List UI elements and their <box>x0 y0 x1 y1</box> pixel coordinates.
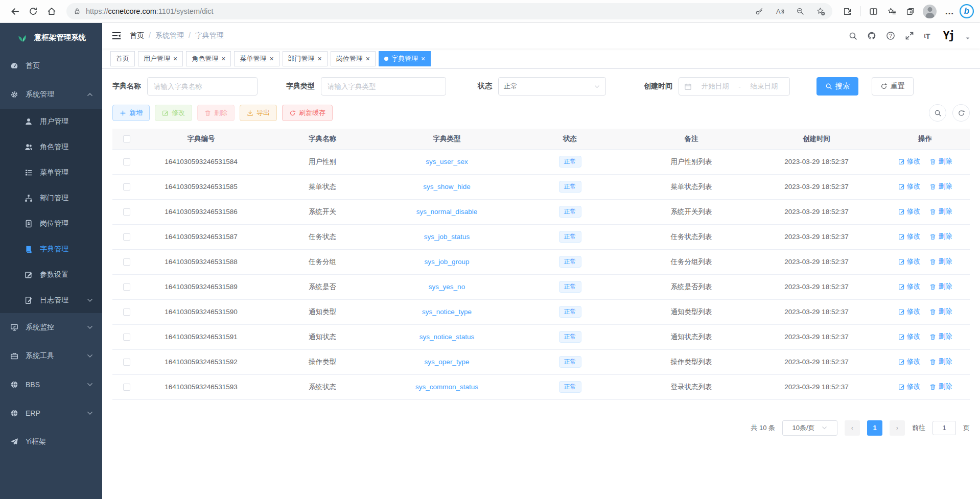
copilot-icon[interactable]: b <box>960 4 974 18</box>
more-icon[interactable]: … <box>941 6 959 17</box>
sidebar-item-log-mgmt[interactable]: 日志管理 <box>0 288 102 313</box>
tab-dept-mgmt[interactable]: 部门管理 × <box>283 51 328 66</box>
sidebar-item-post-mgmt[interactable]: 岗位管理 <box>0 211 102 236</box>
read-aloud-icon[interactable]: A <box>772 4 787 19</box>
search-icon[interactable] <box>849 32 857 40</box>
row-delete-link[interactable]: 删除 <box>929 332 952 341</box>
show-search-toggle-button[interactable] <box>929 104 946 122</box>
split-screen-icon[interactable] <box>865 3 882 20</box>
delete-button[interactable]: 删除 <box>197 105 235 121</box>
sidebar-item-menu-mgmt[interactable]: 菜单管理 <box>0 160 102 185</box>
row-delete-link[interactable]: 删除 <box>929 182 952 191</box>
add-button[interactable]: 新增 <box>112 105 150 121</box>
export-button[interactable]: 导出 <box>240 105 277 121</box>
extensions-icon[interactable] <box>838 3 856 20</box>
row-checkbox[interactable] <box>123 258 130 266</box>
row-edit-link[interactable]: 修改 <box>898 157 921 166</box>
tab-post-mgmt[interactable]: 岗位管理 × <box>331 51 376 66</box>
password-key-icon[interactable] <box>752 4 767 19</box>
sidebar-item-system-mgmt[interactable]: 系统管理 <box>0 80 102 109</box>
status-select[interactable]: 正常 <box>498 77 606 96</box>
dict-type-link[interactable]: sys_job_group <box>425 258 470 266</box>
tab-role-mgmt[interactable]: 角色管理 × <box>186 51 231 66</box>
breadcrumb-item[interactable]: 字典管理 <box>195 31 224 40</box>
row-edit-link[interactable]: 修改 <box>898 207 921 216</box>
row-edit-link[interactable]: 修改 <box>898 257 921 266</box>
address-bar[interactable]: https://ccnetcore.com:1101/system/dict A <box>66 3 832 19</box>
row-checkbox[interactable] <box>123 384 130 391</box>
url-text[interactable]: https://ccnetcore.com:1101/system/dict <box>86 7 746 15</box>
dict-type-link[interactable]: sys_user_sex <box>426 158 468 165</box>
back-icon[interactable] <box>6 3 24 20</box>
sidebar-item-home[interactable]: 首页 <box>0 52 102 80</box>
tab-dict-mgmt[interactable]: 字典管理 × <box>379 51 431 66</box>
row-edit-link[interactable]: 修改 <box>898 382 921 391</box>
sidebar-toggle-icon[interactable] <box>111 31 122 41</box>
lock-icon[interactable] <box>74 8 81 15</box>
favorites-icon[interactable] <box>883 3 900 20</box>
tab-close-icon[interactable]: × <box>318 55 322 62</box>
row-checkbox[interactable] <box>123 183 130 191</box>
app-logo[interactable]: 意框架管理系统 <box>0 23 102 52</box>
sidebar-item-param-settings[interactable]: 参数设置 <box>0 262 102 288</box>
search-button[interactable]: 搜索 <box>816 77 858 96</box>
row-checkbox[interactable] <box>123 158 130 165</box>
row-checkbox[interactable] <box>123 283 130 291</box>
row-delete-link[interactable]: 删除 <box>929 157 952 166</box>
dict-type-link[interactable]: sys_show_hide <box>423 183 470 191</box>
prev-page-button[interactable]: ‹ <box>845 420 860 436</box>
dict-type-link[interactable]: sys_notice_status <box>419 333 474 341</box>
row-checkbox[interactable] <box>123 233 130 241</box>
date-end-placeholder[interactable]: 结束日期 <box>744 82 784 91</box>
row-delete-link[interactable]: 删除 <box>929 307 952 316</box>
tab-user-mgmt[interactable]: 用户管理 × <box>138 51 183 66</box>
goto-page-input[interactable] <box>932 421 956 435</box>
row-edit-link[interactable]: 修改 <box>898 332 921 341</box>
fullscreen-icon[interactable] <box>905 31 914 40</box>
dict-type-link[interactable]: sys_common_status <box>415 383 478 391</box>
sidebar-item-system-tools[interactable]: 系统工具 <box>0 342 102 370</box>
dict-type-link[interactable]: sys_yes_no <box>429 283 465 291</box>
home-icon[interactable] <box>43 3 60 20</box>
sidebar-item-user-mgmt[interactable]: 用户管理 <box>0 109 102 134</box>
refresh-table-button[interactable] <box>952 104 970 122</box>
sidebar-item-dept-mgmt[interactable]: 部门管理 <box>0 185 102 211</box>
tab-close-icon[interactable]: × <box>366 55 370 62</box>
row-delete-link[interactable]: 删除 <box>929 207 952 216</box>
add-favorite-icon[interactable] <box>813 4 828 19</box>
dict-type-link[interactable]: sys_oper_type <box>425 358 470 366</box>
dict-type-input[interactable] <box>321 77 446 96</box>
row-delete-link[interactable]: 删除 <box>929 357 952 366</box>
date-range-picker[interactable]: 开始日期 - 结束日期 <box>679 77 790 96</box>
tab-close-icon[interactable]: × <box>173 55 177 62</box>
reload-icon[interactable] <box>25 3 42 20</box>
row-edit-link[interactable]: 修改 <box>898 282 921 291</box>
row-delete-link[interactable]: 删除 <box>929 232 952 241</box>
reset-button[interactable]: 重置 <box>872 77 914 96</box>
sidebar-item-dict-mgmt[interactable]: 字典管理 <box>0 236 102 262</box>
sidebar-item-erp[interactable]: ERP <box>0 399 102 427</box>
tab-menu-mgmt[interactable]: 菜单管理 × <box>234 51 279 66</box>
edit-button[interactable]: 修改 <box>155 105 192 121</box>
row-delete-link[interactable]: 删除 <box>929 282 952 291</box>
date-start-placeholder[interactable]: 开始日期 <box>695 82 735 91</box>
row-edit-link[interactable]: 修改 <box>898 182 921 191</box>
sidebar-item-yi-framework[interactable]: Yi框架 <box>0 427 102 456</box>
caret-down-icon[interactable] <box>965 35 971 41</box>
row-checkbox[interactable] <box>123 208 130 216</box>
sidebar-item-system-monitor[interactable]: 系统监控 <box>0 313 102 342</box>
row-delete-link[interactable]: 删除 <box>929 382 952 391</box>
zoom-out-icon[interactable] <box>792 4 808 19</box>
row-edit-link[interactable]: 修改 <box>898 307 921 316</box>
row-checkbox[interactable] <box>123 334 130 341</box>
github-icon[interactable] <box>867 31 876 40</box>
help-icon[interactable]: ? <box>886 31 895 40</box>
dict-type-link[interactable]: sys_normal_disable <box>416 208 477 216</box>
row-edit-link[interactable]: 修改 <box>898 357 921 366</box>
dict-type-link[interactable]: sys_notice_type <box>422 308 472 316</box>
row-edit-link[interactable]: 修改 <box>898 232 921 241</box>
row-checkbox[interactable] <box>123 359 130 366</box>
row-delete-link[interactable]: 删除 <box>929 257 952 266</box>
sidebar-item-bbs[interactable]: BBS <box>0 370 102 399</box>
user-logo-avatar[interactable]: Yj <box>943 30 954 42</box>
